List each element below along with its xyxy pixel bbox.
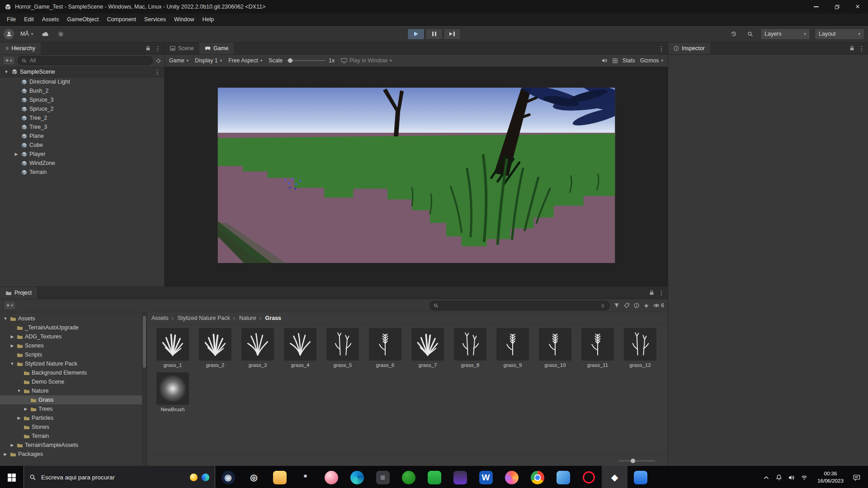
asset-tile[interactable]: grass_6 xyxy=(365,328,406,368)
breadcrumb-item[interactable]: Grass xyxy=(265,315,281,321)
anime-app-icon[interactable] xyxy=(318,466,344,488)
foldout-arrow-icon[interactable]: ▼ xyxy=(3,316,8,321)
foldout-arrow-icon[interactable]: ▼ xyxy=(4,70,9,74)
asset-tile[interactable]: grass_9 xyxy=(492,328,533,368)
steam-icon[interactable]: ◉ xyxy=(215,466,241,488)
search-by-type-button[interactable] xyxy=(614,303,619,308)
utility-app-icon[interactable]: ≡ xyxy=(370,466,396,488)
breadcrumb-item[interactable]: Nature xyxy=(239,315,264,321)
hierarchy-item[interactable]: Directional Light xyxy=(0,77,164,86)
foldout-arrow-icon[interactable]: ▶ xyxy=(16,416,22,420)
hierarchy-item[interactable]: Cube xyxy=(0,141,164,150)
play-button[interactable] xyxy=(407,28,425,40)
vsync-grid-button[interactable] xyxy=(613,58,618,63)
folder-tree-item[interactable]: Grass xyxy=(0,395,146,404)
hidden-packages-toggle[interactable]: 6 xyxy=(653,302,664,309)
lock-icon[interactable] xyxy=(146,46,151,51)
foldout-arrow-icon[interactable]: ▼ xyxy=(9,361,15,366)
folder-tree-item[interactable]: ▶ Packages xyxy=(0,450,146,459)
breadcrumb-item[interactable]: Stylized Nature Pack xyxy=(178,315,238,321)
taskbar-search[interactable] xyxy=(24,466,215,488)
thumbnail-zoom-slider[interactable] xyxy=(619,460,655,461)
folder-tree-item[interactable]: Terrain xyxy=(0,432,146,441)
foldout-arrow-icon[interactable]: ▶ xyxy=(23,407,28,411)
folder-tree-item[interactable]: ▶ Trees xyxy=(0,404,146,413)
asset-tile[interactable]: grass_8 xyxy=(450,328,491,368)
hierarchy-item[interactable]: ▶ Player xyxy=(0,150,164,159)
cloud-services-button[interactable] xyxy=(39,29,51,39)
hierarchy-item[interactable]: Spruce_2 xyxy=(0,104,164,113)
asset-tile[interactable]: grass_1 xyxy=(152,328,193,368)
photos-icon[interactable] xyxy=(627,466,653,488)
folder-tree-item[interactable]: ▼ Stylized Nature Pack xyxy=(0,359,146,368)
asset-tile[interactable]: grass_11 xyxy=(577,328,618,368)
maximize-button[interactable] xyxy=(826,0,847,14)
lock-icon[interactable] xyxy=(649,290,654,296)
foldout-arrow-icon[interactable]: ▶ xyxy=(9,343,15,348)
account-dropdown[interactable]: MÅ ▾ xyxy=(18,29,36,38)
bing-orb-icon[interactable] xyxy=(190,474,198,481)
lock-icon[interactable] xyxy=(849,46,854,51)
aspect-dropdown[interactable]: Free Aspect▾ xyxy=(228,57,262,64)
tab-inspector[interactable]: Inspector xyxy=(668,42,710,54)
hierarchy-create-button[interactable]: + ▾ xyxy=(3,56,15,65)
tab-scene[interactable]: Scene xyxy=(165,42,199,54)
asset-tile[interactable]: grass_12 xyxy=(620,328,660,368)
menu-item[interactable]: Edit xyxy=(20,14,38,25)
layers-dropdown[interactable]: Layers ▾ xyxy=(760,28,810,40)
project-create-button[interactable]: + ▾ xyxy=(4,301,16,310)
step-button[interactable] xyxy=(443,28,461,40)
tab-project[interactable]: Project xyxy=(0,287,37,299)
asset-tile[interactable]: grass_2 xyxy=(195,328,236,368)
tab-hierarchy[interactable]: ≡ Hierarchy xyxy=(0,42,41,54)
menu-item[interactable]: Assets xyxy=(38,14,63,25)
action-center-button[interactable] xyxy=(851,469,863,487)
hierarchy-item[interactable]: Spruce_3 xyxy=(0,95,164,104)
tab-game[interactable]: Game xyxy=(199,42,234,54)
game-viewport[interactable] xyxy=(165,67,668,286)
folder-tree-item[interactable]: ▶ TerrainSampleAssets xyxy=(0,441,146,450)
asset-tile[interactable]: grass_7 xyxy=(407,328,448,368)
notifications-tray-button[interactable] xyxy=(773,469,785,487)
opera-icon[interactable] xyxy=(576,466,602,488)
scale-slider-thumb[interactable] xyxy=(288,58,292,63)
display-dropdown[interactable]: Display 1▾ xyxy=(195,57,222,64)
asset-tile[interactable]: grass_5 xyxy=(322,328,363,368)
layout-dropdown[interactable]: Layout ▾ xyxy=(815,28,864,40)
foldout-arrow-icon[interactable]: ▼ xyxy=(16,389,22,393)
chrome-icon[interactable] xyxy=(524,466,550,488)
favorites-button[interactable]: ★ xyxy=(644,302,649,309)
search-picker-icon[interactable] xyxy=(600,303,605,308)
menu-item[interactable]: GameObject xyxy=(63,14,103,25)
edge-icon[interactable] xyxy=(344,466,370,488)
menu-item[interactable]: File xyxy=(3,14,20,25)
foldout-arrow-icon[interactable]: ▶ xyxy=(9,443,15,447)
gizmos-dropdown[interactable]: Gizmos▾ xyxy=(640,57,663,64)
taskbar-clock[interactable]: 00:36 16/06/2023 xyxy=(811,470,850,484)
hidden-icons-button[interactable] xyxy=(760,469,772,487)
close-button[interactable]: × xyxy=(847,0,868,14)
recorder-icon[interactable]: ◎ xyxy=(241,466,267,488)
tree-scrollbar[interactable] xyxy=(142,312,146,466)
network-tray-button[interactable] xyxy=(798,469,810,487)
folder-tree-item[interactable]: ▶ ADG_Textures xyxy=(0,332,146,341)
menu-item[interactable]: Component xyxy=(103,14,140,25)
folder-tree-item[interactable]: Background Elements xyxy=(0,368,146,377)
asset-tile[interactable]: grass_4 xyxy=(280,328,321,368)
globe-orb-icon[interactable] xyxy=(202,474,209,481)
panel-menu-icon[interactable]: ⋮ xyxy=(658,45,665,52)
stats-button[interactable]: Stats xyxy=(623,57,635,64)
hierarchy-search-input[interactable] xyxy=(29,57,149,64)
panel-menu-icon[interactable]: ⋮ xyxy=(658,290,665,296)
play-mode-dropdown[interactable]: Play in Window▾ xyxy=(341,57,392,64)
search-by-label-button[interactable] xyxy=(624,303,629,308)
undo-history-button[interactable] xyxy=(728,29,740,39)
info-button[interactable] xyxy=(634,303,639,308)
pause-button[interactable] xyxy=(425,28,443,40)
folder-tree-item[interactable]: Stones xyxy=(0,422,146,432)
foldout-arrow-icon[interactable]: ▶ xyxy=(9,334,15,339)
settings-button[interactable] xyxy=(55,29,66,39)
file-explorer-icon[interactable] xyxy=(267,466,292,488)
menu-item[interactable]: Window xyxy=(170,14,198,25)
taskbar-search-input[interactable] xyxy=(40,474,186,481)
